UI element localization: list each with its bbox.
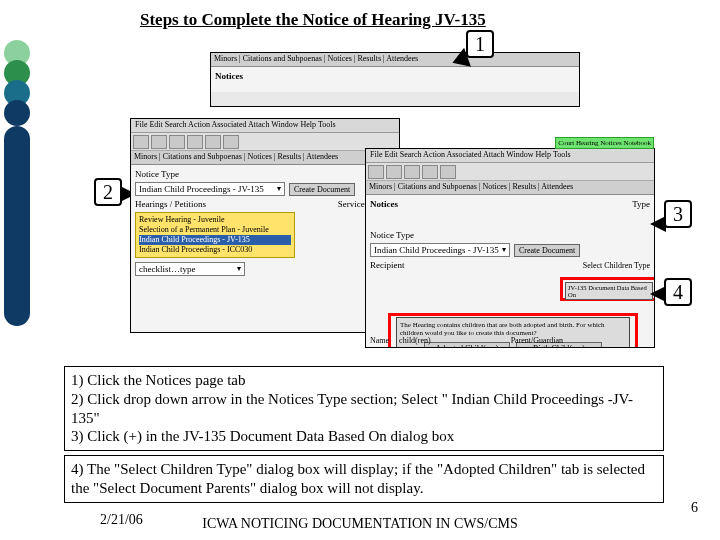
section-hearings: Hearings / Petitions (135, 199, 206, 209)
recipient-label: Recipient (370, 260, 405, 270)
notice-type-value: Indian Child Proceedings - JV-135 (374, 245, 499, 255)
notice-type-dropdown[interactable]: Indian Child Proceedings - JV-135 (135, 182, 285, 196)
footer-title-text: ICWA NOTICING DOCUMENTATION IN CWS/CMS (202, 516, 517, 531)
toolbar (131, 133, 399, 151)
step-3: 3) Click (+) in the JV-135 Document Data… (71, 427, 657, 446)
notice-type-value: Indian Child Proceedings - JV-135 (139, 184, 264, 194)
notice-type-label: Notice Type (370, 230, 414, 240)
screenshot-select-children-dialog: Court Hearing Notices Notebook File Edit… (365, 148, 655, 348)
highlight-jv135-plus: JV-135 Document Data Based On (560, 277, 654, 301)
toolbar-button (368, 165, 384, 179)
create-document-button[interactable]: Create Document (514, 244, 580, 257)
decorative-bullets (4, 40, 30, 400)
toolbar-button (223, 135, 239, 149)
screenshot-notices-tab: Minors | Citations and Subpoenas | Notic… (210, 52, 580, 107)
callout-1: 1 (466, 30, 494, 58)
checklist-field[interactable]: checklist…type (135, 262, 245, 276)
list-item[interactable]: Selection of a Permanent Plan - Juvenile (139, 225, 291, 235)
jv135-badge[interactable]: JV-135 Document Data Based On (565, 282, 653, 300)
page-number: 6 (691, 500, 698, 516)
name-label: Name (370, 336, 389, 345)
callout-4: 4 (664, 278, 692, 306)
toolbar-button (169, 135, 185, 149)
decor-bar (4, 126, 30, 326)
dropdown-open-list[interactable]: Review Hearing - Juvenile Selection of a… (135, 212, 295, 258)
instruction-box: 1) Click the Notices page tab 2) Click d… (64, 366, 664, 507)
section-label: Notices (215, 71, 575, 81)
toolbar-button (133, 135, 149, 149)
page-title: Steps to Complete the Notice of Hearing … (140, 10, 486, 30)
create-document-button[interactable]: Create Document (289, 183, 355, 196)
menubar: File Edit Search Action Associated Attac… (366, 149, 654, 163)
notices-label: Notices (370, 199, 398, 209)
list-item[interactable]: Indian Child Proceedings - JV-135 (139, 235, 291, 245)
toolbar-button (386, 165, 402, 179)
step-1: 1) Click the Notices page tab (71, 371, 657, 390)
footer-title: ICWA NOTICING DOCUMENTATION IN CWS/CMS (0, 516, 720, 532)
list-item[interactable]: Review Hearing - Juvenile (139, 215, 291, 225)
notice-type-label: Notice Type (135, 169, 179, 179)
toolbar-button (151, 135, 167, 149)
instruction-group-1: 1) Click the Notices page tab 2) Click d… (64, 366, 664, 451)
tabstrip: Minors | Citations and Subpoenas | Notic… (131, 151, 399, 165)
step-2: 2) Click drop down arrow in the Notices … (71, 390, 657, 428)
screenshot-notice-type-dropdown: File Edit Search Action Associated Attac… (130, 118, 400, 333)
callout-2: 2 (94, 178, 122, 206)
toolbar-button (205, 135, 221, 149)
select-children-label: Select Children Type (583, 261, 650, 270)
checklist-value: checklist…type (139, 264, 195, 274)
parent-label: Parent/Guardian (511, 336, 563, 345)
slide: Steps to Complete the Notice of Hearing … (0, 0, 720, 540)
toolbar-button (440, 165, 456, 179)
window-title: Court Hearing Notices Notebook (555, 137, 654, 149)
callout-3: 3 (664, 200, 692, 228)
name-value: child(ren) (399, 336, 431, 345)
tabstrip: Minors | Citations and Subpoenas | Notic… (366, 181, 654, 195)
toolbar-button (404, 165, 420, 179)
toolbar-button (187, 135, 203, 149)
step-4: 4) The "Select Children Type" dialog box… (71, 460, 657, 498)
tabstrip: Minors | Citations and Subpoenas | Notic… (211, 53, 579, 67)
notice-type-dropdown[interactable]: Indian Child Proceedings - JV-135 (370, 243, 510, 257)
toolbar (366, 163, 654, 181)
list-item[interactable]: Indian Child Proceedings - ICC030 (139, 245, 291, 255)
instruction-group-2: 4) The "Select Children Type" dialog box… (64, 455, 664, 503)
type-label: Type (632, 199, 650, 209)
decor-circle (4, 100, 30, 126)
toolbar-button (422, 165, 438, 179)
menubar: File Edit Search Action Associated Attac… (131, 119, 399, 133)
